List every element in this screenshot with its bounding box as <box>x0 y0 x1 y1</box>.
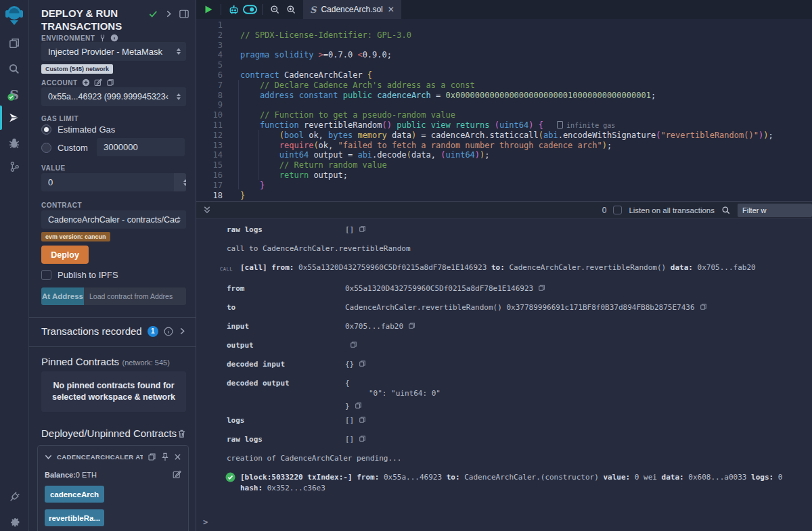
at-address-button[interactable]: At Address <box>41 287 84 305</box>
code-line: 1 <box>196 20 812 30</box>
code-token: .decode <box>372 150 407 160</box>
contract-function-button[interactable]: revertibleRa... <box>45 509 104 526</box>
terminal-call-summary[interactable]: call[call] from: 0x55a1320D432759960C5Df… <box>220 262 805 275</box>
code-token: bytes <box>328 131 353 140</box>
line-number: 17 <box>196 181 233 191</box>
file-explorer-icon[interactable] <box>0 31 28 55</box>
copy-icon[interactable] <box>350 341 357 348</box>
pin-panel-icon[interactable] <box>179 9 189 18</box>
at-address-input[interactable] <box>84 287 186 305</box>
kv-label: decoded output <box>227 378 345 411</box>
kv-label: from <box>227 283 345 294</box>
kv-value-text: CadenceArchCaler.revertibleRandom() 0x37… <box>345 302 695 313</box>
code-token: data <box>387 131 411 140</box>
select-arrows-icon <box>183 179 186 186</box>
terminal-prompt[interactable]: > <box>203 517 208 527</box>
clear-deployed-icon[interactable] <box>177 429 186 438</box>
terminal-text-line: call to CadenceArchCaler.revertibleRando… <box>227 244 805 254</box>
environment-info-icon[interactable] <box>110 34 118 42</box>
terminal-search-icon[interactable] <box>721 206 731 215</box>
remix-logo[interactable] <box>4 4 24 26</box>
copy-icon[interactable] <box>355 402 362 411</box>
sign-message-icon[interactable] <box>94 78 102 87</box>
copy-contract-address-icon[interactable] <box>148 453 156 461</box>
chevron-right-icon[interactable] <box>165 10 173 18</box>
run-script-icon[interactable] <box>200 0 217 19</box>
copy-icon[interactable] <box>359 416 366 423</box>
deployed-contracts-title: Deployed/Unpinned Contracts <box>41 428 177 439</box>
log-segment: hash: <box>240 484 263 492</box>
settings-gear-icon[interactable] <box>0 510 28 531</box>
terminal-text-line: creation of CadenceArchCaler pending... <box>227 453 805 463</box>
zoom-out-icon[interactable] <box>267 0 283 19</box>
value-unit-select[interactable]: Wei <box>174 173 186 191</box>
code-line-content <box>233 41 240 51</box>
expand-transactions-icon[interactable] <box>179 327 186 335</box>
contract-function-button[interactable]: cadenceArch <box>45 486 104 503</box>
publish-ipfs-checkbox[interactable] <box>41 270 51 280</box>
terminal-filter-input[interactable] <box>738 204 812 217</box>
collapse-terminal-icon[interactable] <box>203 206 211 214</box>
code-editor[interactable]: S CadenceArch.sol ✕ 12// SPDX-License-Id… <box>196 0 812 201</box>
deploy-button[interactable]: Deploy <box>41 246 89 264</box>
zoom-in-icon[interactable] <box>283 0 299 19</box>
code-line: 16 return output; <box>196 170 812 181</box>
estimated-gas-option: Estimated Gas <box>41 124 186 135</box>
pinned-network-label: (network: 545) <box>122 359 170 367</box>
kv-value-text: } <box>345 401 350 411</box>
code-token: .encodeWithSignature <box>558 131 656 140</box>
code-token: "revertibleRandom()" <box>660 131 759 140</box>
copy-icon[interactable] <box>408 322 415 329</box>
add-account-icon[interactable] <box>82 78 90 87</box>
debugger-icon[interactable] <box>0 131 28 156</box>
environment-select[interactable]: Injected Provider - MetaMask <box>41 42 186 61</box>
copy-icon[interactable] <box>700 303 707 310</box>
copy-icon[interactable] <box>359 435 366 442</box>
transactions-info-icon[interactable] <box>164 327 173 336</box>
code-token: ( <box>240 131 284 140</box>
copy-icon[interactable] <box>359 225 366 233</box>
tab-cadencearch-sol[interactable]: S CadenceArch.sol ✕ <box>303 0 401 19</box>
code-area[interactable]: 12// SPDX-License-Identifier: GPL-3.034p… <box>196 19 812 201</box>
copy-icon[interactable] <box>359 360 366 367</box>
kv-label: to <box>227 302 345 313</box>
code-token: = <box>431 91 446 100</box>
edit-balance-icon[interactable] <box>173 470 181 479</box>
transactions-recorded-label: Transactions recorded <box>41 325 142 337</box>
search-icon[interactable] <box>0 57 28 81</box>
code-token: pragma solidity <box>240 50 319 60</box>
copy-icon[interactable] <box>538 284 545 292</box>
account-select[interactable]: 0x55a...46923 (999.999945323‹ <box>41 87 186 106</box>
terminal-kv-row: toCadenceArchCaler.revertibleRandom() 0x… <box>227 302 805 313</box>
log-segment: 0 <box>773 473 782 482</box>
line-number: 9 <box>196 100 233 110</box>
solidity-compiler-icon[interactable]: S <box>0 83 28 107</box>
plugin-manager-icon[interactable] <box>0 484 28 509</box>
estimated-gas-radio[interactable] <box>41 124 51 135</box>
kv-value: 0x55a1320D432759960C5Df0215a8dF78e1E1469… <box>345 283 545 294</box>
collapse-contract-icon[interactable] <box>45 453 52 461</box>
contract-select[interactable]: CadenceArchCaler - contracts/Cac <box>41 210 186 229</box>
ai-assistant-icon[interactable] <box>225 0 242 19</box>
custom-gas-radio[interactable] <box>41 143 51 153</box>
fork-environment-icon[interactable] <box>99 34 106 42</box>
code-line-content: uint64 output = abi.decode(data, (uint64… <box>233 150 490 160</box>
custom-gas-input[interactable] <box>97 138 185 156</box>
code-token: uint64 <box>240 150 309 160</box>
ai-toggle-icon[interactable] <box>242 0 258 19</box>
code-token: ( <box>539 131 543 140</box>
code-token: > <box>319 50 323 60</box>
copy-account-icon[interactable] <box>106 78 114 87</box>
toolbar-separator <box>221 4 221 15</box>
listen-transactions-checkbox[interactable] <box>613 206 622 214</box>
line-number: 13 <box>196 141 233 151</box>
deploy-run-icon[interactable] <box>0 106 28 130</box>
terminal-success-line[interactable]: [block:5033220 txIndex:-] from: 0x55a...… <box>225 472 805 494</box>
code-token: uint64 <box>446 150 475 160</box>
value-input[interactable] <box>41 173 174 191</box>
pin-contract-icon[interactable] <box>161 453 169 461</box>
git-graph-icon[interactable] <box>0 154 28 179</box>
code-token: () <box>382 120 392 130</box>
remove-contract-icon[interactable] <box>174 453 181 461</box>
close-tab-icon[interactable]: ✕ <box>388 5 394 14</box>
